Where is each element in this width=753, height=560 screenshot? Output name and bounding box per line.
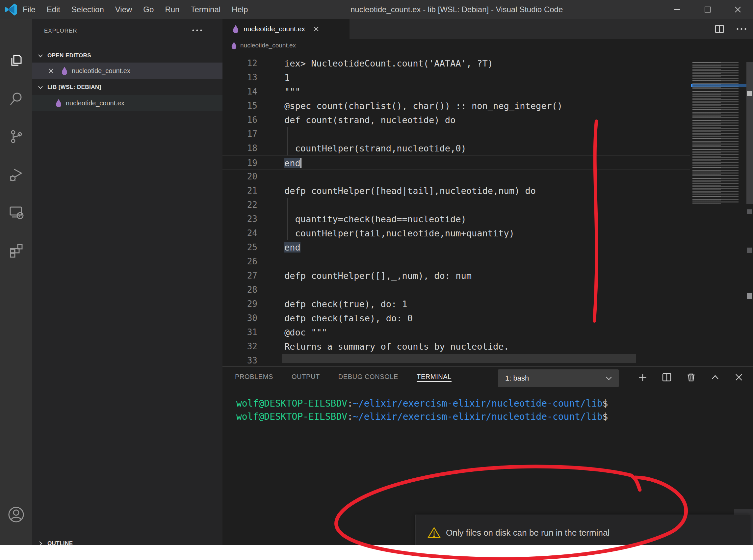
code-text: defp check(false), do: 0 — [284, 311, 413, 325]
code-line-21[interactable]: 21defp countHelper([head|tail],nucleotid… — [222, 184, 690, 198]
code-line-12[interactable]: 12iex> NucleotideCount.count('AATAA', ?T… — [222, 56, 690, 71]
extensions-icon[interactable] — [0, 239, 32, 262]
account-icon[interactable] — [0, 503, 32, 526]
line-number: 27 — [222, 268, 257, 283]
menu-run[interactable]: Run — [159, 0, 185, 19]
line-number: 15 — [222, 99, 257, 113]
chevron-down-icon — [37, 52, 44, 59]
code-line-19[interactable]: 19end — [222, 155, 690, 169]
new-terminal-icon[interactable] — [638, 372, 648, 382]
code-text: quantity=check(head==nucleotide) — [284, 212, 466, 226]
code-line-17[interactable]: 17 — [222, 127, 690, 141]
panel-tab-problems[interactable]: PROBLEMS — [235, 373, 273, 382]
elixir-file-icon — [231, 41, 237, 50]
menu-view[interactable]: View — [109, 0, 138, 19]
code-line-24[interactable]: 24 countHelper(tail,nucleotide,num+quant… — [222, 226, 690, 240]
code-line-14[interactable]: 14""" — [222, 85, 690, 99]
explorer-sidebar: EXPLORER OPEN EDITORS nucleotide_count.e… — [32, 19, 222, 545]
source-control-icon[interactable] — [0, 125, 32, 148]
code-line-32[interactable]: 32Returns a summary of counts by nucleot… — [222, 339, 690, 354]
file-tree-item-label: nucleotide_count.ex — [66, 99, 124, 107]
warning-icon — [428, 527, 441, 539]
sidebar-title: EXPLORER — [44, 28, 77, 34]
close-window-button[interactable] — [723, 0, 753, 19]
outline-label: OUTLINE — [47, 540, 73, 545]
maximize-button[interactable] — [692, 0, 723, 19]
code-editor[interactable]: 12iex> NucleotideCount.count('AATAA', ?T… — [222, 52, 690, 366]
window-controls — [662, 0, 753, 19]
breadcrumb-file-label: nucleotide_count.ex — [240, 42, 296, 49]
file-tree-item[interactable]: nucleotide_count.ex — [32, 95, 222, 111]
explorer-icon[interactable] — [0, 49, 32, 73]
menu-terminal[interactable]: Terminal — [185, 0, 226, 19]
code-line-15[interactable]: 15@spec count(charlist(), char()) :: non… — [222, 99, 690, 113]
screenshot-page: FileEditSelectionViewGoRunTerminalHelp n… — [0, 0, 753, 560]
code-line-18[interactable]: 18 countHelper(strand,nucleotide,0) — [222, 141, 690, 155]
remote-explorer-icon[interactable] — [0, 201, 32, 224]
sidebar-more-actions-icon[interactable] — [191, 28, 203, 32]
close-panel-icon[interactable] — [734, 372, 744, 382]
menu-selection[interactable]: Selection — [66, 0, 109, 19]
editor-tab-strip: nucleotide_count.ex — [222, 19, 753, 39]
code-line-31[interactable]: 31@doc """ — [222, 325, 690, 339]
code-text: iex> NucleotideCount.count('AATAA', ?T) — [284, 56, 493, 71]
settings-gear-icon[interactable] — [0, 543, 32, 545]
code-line-29[interactable]: 29defp check(true), do: 1 — [222, 297, 690, 311]
open-editors-header[interactable]: OPEN EDITORS — [32, 49, 222, 63]
panel-tab-terminal[interactable]: TERMINAL — [416, 373, 451, 382]
code-line-13[interactable]: 131 — [222, 71, 690, 85]
notification-toast[interactable]: Only files on disk can be run in the ter… — [415, 515, 750, 545]
split-terminal-icon[interactable] — [662, 372, 672, 383]
editor-more-actions-icon[interactable] — [736, 27, 747, 31]
line-number: 13 — [222, 71, 257, 85]
vertical-scrollbar[interactable] — [747, 52, 753, 366]
code-line-26[interactable]: 26 — [222, 255, 690, 268]
open-editor-item[interactable]: nucleotide_count.ex — [32, 63, 222, 79]
breadcrumb[interactable]: nucleotide_count.ex — [222, 39, 753, 52]
overview-ruler-mark — [747, 209, 752, 214]
search-icon[interactable] — [0, 87, 32, 110]
page-background — [0, 545, 753, 560]
run-debug-icon[interactable] — [0, 163, 32, 186]
terminal-shell-select[interactable]: 1: bash — [498, 369, 619, 387]
code-line-20[interactable]: 20 — [222, 169, 690, 184]
line-number: 20 — [222, 169, 257, 184]
tab-nucleotide-count[interactable]: nucleotide_count.ex — [222, 19, 349, 39]
outline-section-header[interactable]: OUTLINE — [32, 537, 222, 545]
code-line-30[interactable]: 30defp check(false), do: 0 — [222, 311, 690, 325]
menu-go[interactable]: Go — [138, 0, 159, 19]
split-editor-icon[interactable] — [714, 24, 725, 34]
overview-ruler-mark — [747, 91, 752, 96]
panel-tab-debug-console[interactable]: DEBUG CONSOLE — [338, 373, 398, 382]
code-line-23[interactable]: 23 quantity=check(head==nucleotide) — [222, 212, 690, 226]
kill-terminal-trash-icon[interactable] — [686, 372, 696, 383]
maximize-panel-icon[interactable] — [710, 372, 720, 382]
terminal-line: wolf@DESKTOP-EILSBDV:~/elixir/exercism-e… — [236, 410, 608, 423]
menu-edit[interactable]: Edit — [41, 0, 66, 19]
code-line-28[interactable]: 28 — [222, 283, 690, 297]
terminal-line: wolf@DESKTOP-EILSBDV:~/elixir/exercism-e… — [236, 397, 608, 410]
horizontal-scrollbar[interactable] — [282, 354, 636, 363]
terminal-output[interactable]: wolf@DESKTOP-EILSBDV:~/elixir/exercism-e… — [236, 397, 608, 423]
minimize-button[interactable] — [662, 0, 692, 19]
close-tab-icon[interactable] — [312, 25, 320, 33]
text-cursor — [301, 158, 302, 168]
close-editor-icon[interactable] — [47, 67, 55, 74]
line-number: 14 — [222, 85, 257, 99]
code-line-27[interactable]: 27defp countHelper([],_,num), do: num — [222, 268, 690, 283]
code-line-16[interactable]: 16def count(strand, nucleotide) do — [222, 113, 690, 127]
folder-section-header[interactable]: LIB [WSL: DEBIAN] — [32, 80, 222, 94]
vscode-logo-icon — [4, 3, 18, 17]
code-text: end — [284, 156, 302, 170]
menu-help[interactable]: Help — [226, 0, 253, 19]
code-line-25[interactable]: 25end — [222, 240, 690, 255]
panel-tab-output[interactable]: OUTPUT — [291, 373, 320, 382]
code-text: countHelper(strand,nucleotide,0) — [284, 141, 466, 155]
minimap[interactable] — [691, 52, 747, 366]
menu-file[interactable]: File — [17, 0, 41, 19]
scrollbar-thumb[interactable] — [747, 62, 753, 204]
code-line-22[interactable]: 22 — [222, 198, 690, 212]
code-text: end — [284, 240, 301, 255]
code-text: @doc """ — [284, 325, 327, 339]
word-highlight: end — [284, 242, 301, 253]
